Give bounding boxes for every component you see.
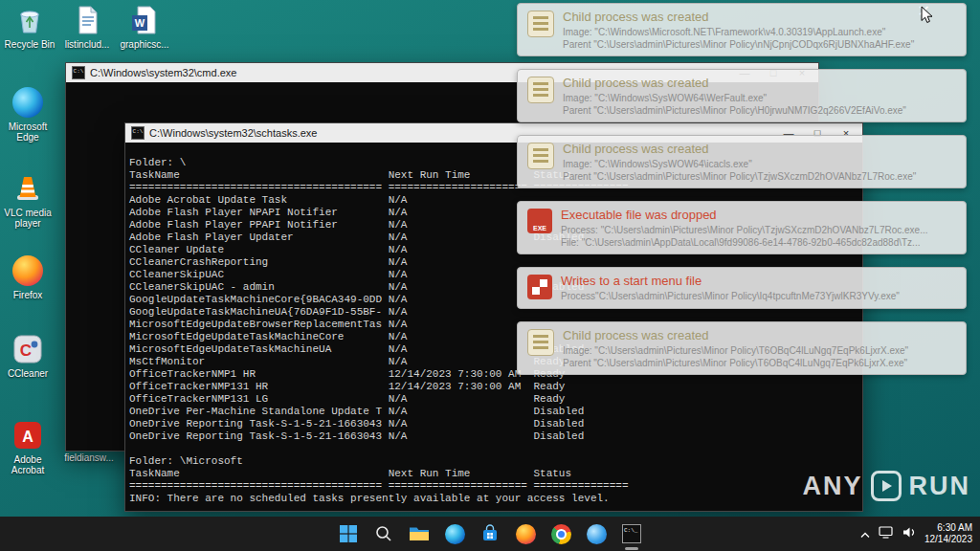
toast-detail-line: File: "C:\Users\admin\AppData\Local\9fd9… bbox=[561, 236, 956, 249]
active-app-indicator bbox=[625, 547, 638, 550]
blue-app-icon bbox=[587, 524, 607, 544]
toast-detail-line: Image: "C:\Windows\Microsoft.NET\Framewo… bbox=[563, 26, 956, 38]
tray-date: 12/14/2023 bbox=[924, 534, 972, 545]
exe-file-event-icon: EXE bbox=[527, 209, 552, 233]
toast-detail-line: Parent "C:\Users\admin\Pictures\Minor Po… bbox=[563, 104, 956, 117]
desktop-icon-label: graphicsc... bbox=[117, 39, 172, 50]
process-event-icon bbox=[527, 77, 554, 103]
toast-title: Executable file was dropped bbox=[561, 207, 956, 223]
start-menu-event-icon bbox=[527, 275, 552, 299]
desktop-icon-ccleaner[interactable]: C CCleaner bbox=[0, 333, 56, 379]
anyrun-play-icon bbox=[871, 471, 902, 501]
network-button[interactable] bbox=[879, 525, 893, 542]
toast-child-process-created-2[interactable]: Child process was created Image: "C:\Win… bbox=[517, 69, 967, 122]
cmd-taskbar-button[interactable]: C:\_ bbox=[619, 521, 644, 546]
toast-title: Child process was created bbox=[563, 327, 956, 343]
desktop-icon-label: fieldiansw... bbox=[61, 452, 117, 463]
toast-detail-line: Image: "C:\Windows\SysWOW64\icacls.exe" bbox=[563, 158, 956, 170]
speaker-icon bbox=[902, 526, 916, 539]
toast-detail-line: Parent "C:\Users\admin\Pictures\Minor Po… bbox=[563, 357, 956, 369]
desktop-icon-vlc[interactable]: VLC media player bbox=[0, 172, 56, 229]
watermark-any-text: ANY bbox=[802, 472, 862, 501]
word-document-icon: W bbox=[128, 4, 161, 36]
desktop-icon-edge[interactable]: Microsoft Edge bbox=[0, 86, 56, 143]
vlc-icon bbox=[11, 172, 44, 205]
file-explorer-icon bbox=[409, 524, 430, 543]
process-event-icon bbox=[527, 143, 554, 169]
toast-title: Child process was created bbox=[563, 75, 956, 91]
watermark-run-text: RUN bbox=[909, 472, 971, 501]
mouse-cursor bbox=[921, 6, 934, 25]
store-icon bbox=[480, 524, 500, 543]
anyrun-watermark: ANY RUN bbox=[802, 471, 970, 501]
volume-button[interactable] bbox=[902, 525, 916, 542]
ccleaner-icon: C bbox=[11, 333, 44, 365]
toast-child-process-created-4[interactable]: Child process was created Image: "C:\Use… bbox=[517, 321, 967, 375]
app-button[interactable] bbox=[584, 521, 609, 546]
toast-title: Child process was created bbox=[563, 141, 956, 157]
chevron-up-icon bbox=[860, 532, 870, 539]
store-button[interactable] bbox=[478, 521, 502, 546]
process-event-icon bbox=[527, 329, 554, 356]
svg-text:A: A bbox=[22, 429, 33, 445]
tray-chevron-button[interactable] bbox=[860, 525, 870, 542]
search-icon bbox=[374, 524, 393, 543]
toast-detail-line: Process: "C:\Users\admin\Pictures\Minor … bbox=[561, 224, 956, 236]
toast-detail-line: Image: "C:\Windows\SysWOW64\WerFault.exe… bbox=[563, 92, 956, 104]
desktop-icon-label: Adobe Acrobat bbox=[0, 454, 56, 475]
firefox-icon bbox=[516, 524, 536, 544]
desktop-icon-graphicsc[interactable]: W graphicsc... bbox=[117, 4, 172, 50]
process-event-icon bbox=[527, 11, 554, 37]
toast-detail-line: Parent "C:\Users\admin\Pictures\Minor Po… bbox=[563, 38, 956, 51]
console-window-icon: C:\_ bbox=[622, 524, 641, 543]
toast-title: Child process was created bbox=[563, 9, 956, 25]
svg-text:W: W bbox=[135, 17, 145, 29]
desktop-icon-acrobat[interactable]: A Adobe Acrobat bbox=[0, 419, 56, 475]
desktop-icon-firefox[interactable]: Firefox bbox=[0, 254, 56, 300]
toast-detail-line: Image: "C:\Users\admin\Pictures\Minor Po… bbox=[563, 344, 956, 357]
desktop: Recycle Bin listinclud... W graphicsc...… bbox=[0, 0, 980, 551]
recycle-bin-icon bbox=[13, 4, 46, 36]
firefox-button[interactable] bbox=[513, 521, 538, 546]
desktop-icon-recycle-bin[interactable]: Recycle Bin bbox=[2, 4, 57, 50]
start-button[interactable] bbox=[336, 521, 361, 546]
toast-detail-line: Parent "C:\Users\admin\Pictures\Minor Po… bbox=[563, 170, 956, 183]
search-button[interactable] bbox=[371, 521, 396, 546]
toast-executable-dropped[interactable]: EXE Executable file was dropped Process:… bbox=[517, 201, 967, 254]
acrobat-icon: A bbox=[11, 419, 44, 452]
desktop-icon-label: Recycle Bin bbox=[2, 39, 57, 50]
desktop-icon-label: Firefox bbox=[0, 290, 56, 300]
windows-start-icon bbox=[339, 524, 358, 543]
toast-start-menu-write[interactable]: Writes to a start menu file Process"C:\U… bbox=[517, 267, 967, 309]
edge-icon bbox=[445, 524, 465, 544]
tray-clock[interactable]: 6:30 AM 12/14/2023 bbox=[924, 522, 972, 545]
toast-child-process-created-3[interactable]: Child process was created Image: "C:\Win… bbox=[517, 135, 967, 188]
cmd-app-icon: C:\ bbox=[72, 66, 85, 79]
file-explorer-button[interactable] bbox=[407, 521, 432, 546]
edge-icon bbox=[11, 86, 44, 119]
toast-title: Writes to a start menu file bbox=[561, 273, 956, 289]
toast-child-process-created-1[interactable]: Child process was created Image: "C:\Win… bbox=[517, 3, 967, 56]
taskbar: C:\_ 6:3 bbox=[0, 517, 980, 551]
network-icon bbox=[879, 526, 893, 539]
chrome-icon bbox=[551, 524, 571, 544]
edge-button[interactable] bbox=[442, 521, 467, 546]
desktop-icon-label: VLC media player bbox=[0, 208, 56, 229]
toast-detail-line: Process"C:\Users\admin\Pictures\Minor Po… bbox=[561, 290, 956, 302]
firefox-icon bbox=[11, 254, 44, 287]
desktop-icon-label: CCleaner bbox=[0, 368, 56, 379]
chrome-button[interactable] bbox=[548, 521, 573, 546]
desktop-icon-label: Microsoft Edge bbox=[0, 121, 56, 143]
desktop-icon-label: listinclud... bbox=[59, 39, 115, 50]
text-file-icon bbox=[71, 4, 103, 36]
desktop-icon-listinclud[interactable]: listinclud... bbox=[59, 4, 115, 50]
schtasks-app-icon: C:\ bbox=[131, 126, 145, 140]
event-toasts: Child process was created Image: "C:\Win… bbox=[517, 3, 967, 387]
svg-text:C: C bbox=[20, 342, 32, 360]
tray-time: 6:30 AM bbox=[924, 522, 972, 534]
